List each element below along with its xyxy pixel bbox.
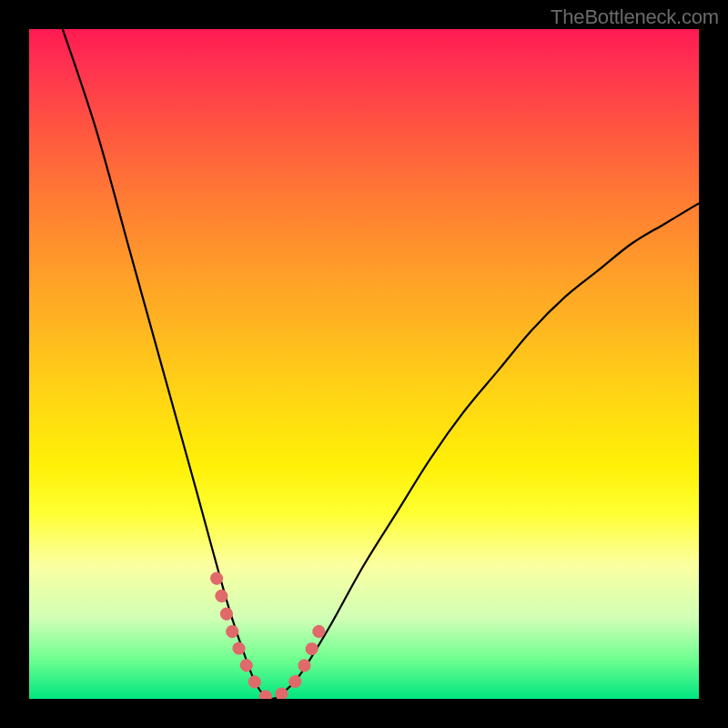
plot-area bbox=[29, 29, 699, 699]
recommended-range-highlight bbox=[217, 579, 324, 699]
curve-svg bbox=[29, 29, 699, 699]
chart-container: TheBottleneck.com bbox=[0, 0, 728, 728]
watermark-text: TheBottleneck.com bbox=[551, 5, 719, 29]
bottleneck-curve bbox=[63, 29, 699, 699]
